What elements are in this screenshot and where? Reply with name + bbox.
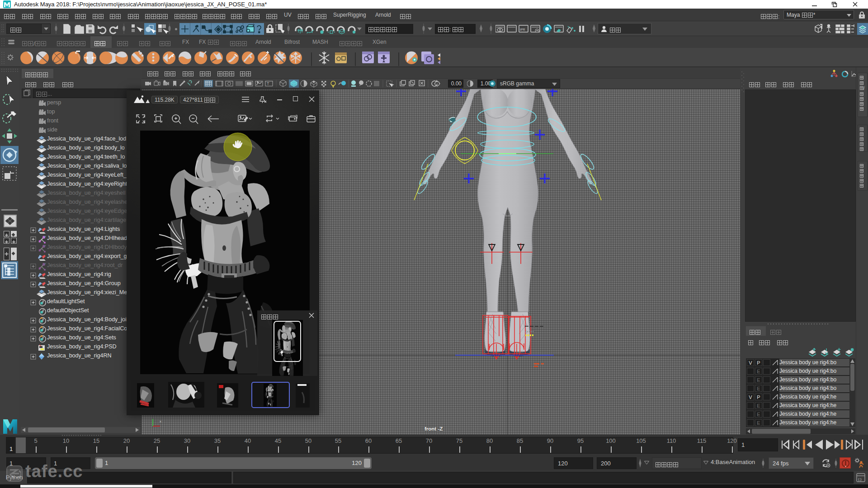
svg-text:{;}: {;} xyxy=(858,477,862,481)
svg-text:T: T xyxy=(267,81,269,86)
svg-text:x: x xyxy=(160,419,161,423)
svg-text:IPR: IPR xyxy=(520,28,525,31)
